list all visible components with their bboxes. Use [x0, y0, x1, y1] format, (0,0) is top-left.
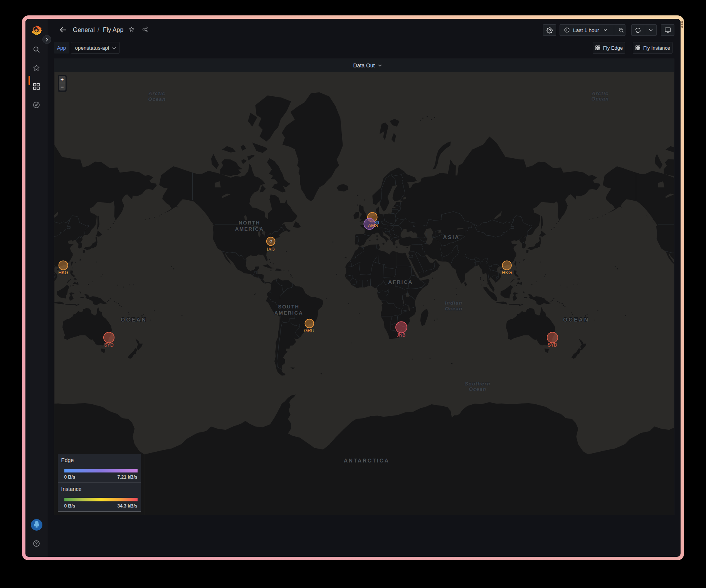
svg-text:AMS: AMS [368, 223, 378, 228]
svg-text:Indian: Indian [445, 300, 462, 306]
svg-text:OCEAN: OCEAN [121, 317, 147, 323]
svg-text:Southern: Southern [464, 381, 490, 387]
svg-text:HKG: HKG [58, 270, 68, 275]
svg-text:SYD: SYD [104, 342, 113, 348]
svg-text:SYD: SYD [547, 342, 557, 348]
svg-text:JNB: JNB [397, 332, 405, 338]
svg-text:Ocean: Ocean [445, 306, 462, 312]
svg-text:HKG: HKG [502, 270, 512, 275]
svg-text:SOUTH: SOUTH [278, 304, 299, 310]
svg-text:Ocean: Ocean [591, 96, 609, 102]
svg-text:AFRICA: AFRICA [388, 279, 413, 285]
svg-text:ASIA: ASIA [443, 234, 459, 240]
svg-text:Arctic: Arctic [591, 90, 609, 96]
svg-text:IAD: IAD [267, 247, 274, 252]
svg-text:Arctic: Arctic [148, 90, 165, 96]
svg-text:GRU: GRU [304, 328, 314, 333]
svg-text:Ocean: Ocean [148, 96, 166, 102]
svg-text:AMERICA: AMERICA [235, 226, 264, 232]
svg-text:NORTH: NORTH [239, 220, 260, 226]
svg-text:ANTARCTICA: ANTARCTICA [343, 457, 389, 464]
svg-text:AMERICA: AMERICA [274, 310, 303, 316]
svg-text:Ocean: Ocean [469, 386, 486, 392]
svg-text:OCEAN: OCEAN [563, 317, 589, 323]
